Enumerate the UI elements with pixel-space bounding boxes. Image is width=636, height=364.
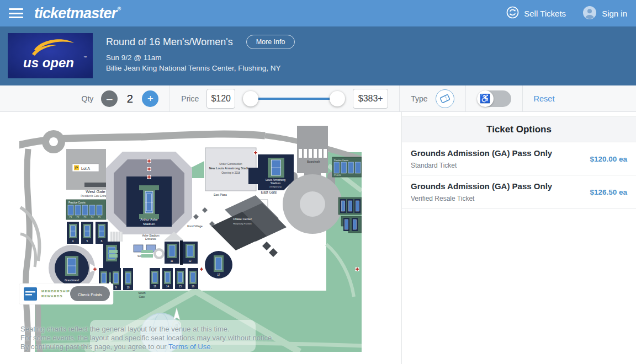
price-max-handle[interactable] [330, 91, 345, 106]
event-venue: Billie Jean King National Tennis Center,… [106, 64, 295, 72]
ticketmaster-logo[interactable]: ticketmaster® [34, 5, 120, 22]
first-aid-icon [147, 167, 151, 171]
chase-center-label2: Hospitality Pavilion [233, 222, 252, 225]
amex-rewards-badge: MEMBERSHIP REWARDS Check Points [19, 283, 113, 304]
court-label: P3 [84, 216, 86, 218]
slider-active-track [251, 98, 337, 100]
top-navbar: ticketmaster® Sell Tickets Sign in [0, 0, 636, 26]
armstrong-label2: Stadium [271, 181, 280, 185]
arthur-ashe-label2: Stadium [143, 222, 155, 226]
venue-seating-map[interactable]: Boardwalk P Lot A West Gate President's … [19, 126, 362, 352]
sell-tickets-icon [506, 6, 519, 20]
filter-bar: Qty – 2 + Price Type ♿ R [0, 85, 636, 112]
qty-decrease-button[interactable]: – [101, 90, 118, 107]
qty-value: 2 [126, 92, 134, 105]
practice-courts-ne-label: Practice Courts [334, 159, 348, 162]
lot-a-label: Lot A [81, 167, 90, 170]
first-aid-icon [356, 267, 359, 271]
court-label: P2 [77, 216, 79, 218]
court-label: 6 [101, 239, 103, 243]
quantity-section: Qty – 2 + [71, 85, 170, 111]
boardwalk-label: Boardwalk [307, 160, 320, 163]
parking-p-icon: P [75, 166, 78, 170]
logo-registered-mark: ® [118, 6, 121, 12]
west-gate-label: West Gate [86, 189, 105, 194]
seating-disclaimer: Seating charts reflect the general layou… [20, 325, 285, 351]
sign-in-button[interactable]: Sign in [582, 6, 627, 22]
more-info-button[interactable]: More Info [246, 35, 295, 49]
court-label: P1 [70, 216, 72, 218]
under-construction-label3: Opening in 2018 [221, 172, 240, 174]
under-construction-label2: New Louis Armstrong Stadium [209, 167, 253, 170]
ticket-options-header: Ticket Options [402, 116, 636, 142]
us-open-logo: us open ™ [8, 33, 93, 78]
qty-label: Qty [82, 94, 94, 103]
event-datetime: Sun 9/2 @ 11am [106, 53, 295, 62]
practice-courts-label: Practice Courts [68, 201, 86, 204]
ashe-entrance-label2: Entrance [145, 237, 156, 240]
armstrong-label3: (Temporary) [269, 185, 282, 188]
accessibility-section: ♿ [465, 85, 522, 111]
chase-center-label: Chase Center [233, 217, 252, 221]
svg-text:™: ™ [83, 56, 87, 59]
ticket-type-filter-button[interactable] [436, 89, 454, 108]
sell-tickets-label: Sell Tickets [524, 9, 566, 18]
type-section: Type [399, 85, 465, 111]
ticket-icon [439, 93, 451, 104]
first-aid-icon [93, 267, 97, 271]
ticket-row-standard[interactable]: Grounds Admission (GA) Pass Only Standar… [402, 142, 636, 175]
court-label: P16-20 [334, 174, 341, 176]
court-label: 10 [126, 286, 130, 289]
venue-map-pane: Boardwalk P Lot A West Gate President's … [0, 112, 402, 364]
qty-increase-button[interactable]: + [142, 90, 158, 107]
court-label: 12 [188, 260, 192, 263]
check-points-button[interactable]: Check Points [70, 286, 110, 301]
terms-of-use-link[interactable]: Terms of Use [168, 342, 211, 351]
membership-label: MEMBERSHIP [41, 289, 70, 293]
court-label: P5 [98, 216, 100, 218]
grandstand-label: Grandstand [65, 279, 79, 282]
reset-filters-link[interactable]: Reset [534, 94, 555, 103]
event-title: Round of 16 Men's/Women's [106, 36, 233, 48]
reset-section: Reset [522, 85, 566, 111]
ticket-options-title: Ticket Options [486, 124, 552, 135]
accessibility-toggle[interactable]: ♿ [477, 90, 511, 107]
wheelchair-icon: ♿ [477, 90, 494, 107]
court-label: 4 [72, 239, 74, 243]
ticket-price: $120.00 ea [590, 154, 627, 163]
user-avatar-icon [582, 6, 597, 22]
hamburger-menu-icon[interactable] [9, 8, 23, 18]
court-label: 15 [179, 285, 182, 288]
price-max-input[interactable] [353, 89, 388, 109]
disclaimer-period: . [210, 342, 213, 351]
court-label: 13 [153, 285, 157, 288]
first-aid-icon [254, 151, 258, 155]
sell-tickets-button[interactable]: Sell Tickets [506, 6, 566, 20]
arthur-ashe-label: Arthur Ashe [140, 218, 158, 221]
first-aid-icon [147, 159, 151, 163]
price-min-handle[interactable] [243, 91, 258, 106]
court-label: 14 [166, 285, 169, 288]
east-gate-label: East Gate [261, 190, 277, 194]
first-aid-icon [147, 175, 151, 179]
ticket-type: Standard Ticket [411, 162, 627, 169]
disclaimer-line-3: By continuing past this page, you agree … [20, 342, 285, 351]
logo-text: ticketmaster [34, 5, 117, 22]
court-label: 16 [192, 285, 195, 288]
rewards-label: REWARDS [41, 294, 63, 298]
check-points-label: Check Points [78, 292, 102, 297]
ticket-options-pane: Ticket Options Grounds Admission (GA) Pa… [402, 112, 636, 364]
svg-text:us open: us open [23, 55, 74, 70]
east-plaza-label: East Plaza [214, 193, 227, 196]
price-min-input[interactable] [206, 89, 235, 109]
court-label: P4 [91, 216, 93, 218]
type-label: Type [411, 94, 427, 103]
ticket-type: Verified Resale Ticket [411, 195, 627, 202]
first-aid-icon [200, 267, 204, 271]
south-gate-label: South [138, 291, 145, 295]
sign-in-label: Sign in [602, 9, 627, 18]
court-label: 17 [217, 274, 220, 276]
disclaimer-line-1: Seating charts reflect the general layou… [20, 325, 285, 334]
ticket-row-resale[interactable]: Grounds Admission (GA) Pass Only Verifie… [402, 175, 636, 208]
court-label: 11 [171, 260, 173, 263]
